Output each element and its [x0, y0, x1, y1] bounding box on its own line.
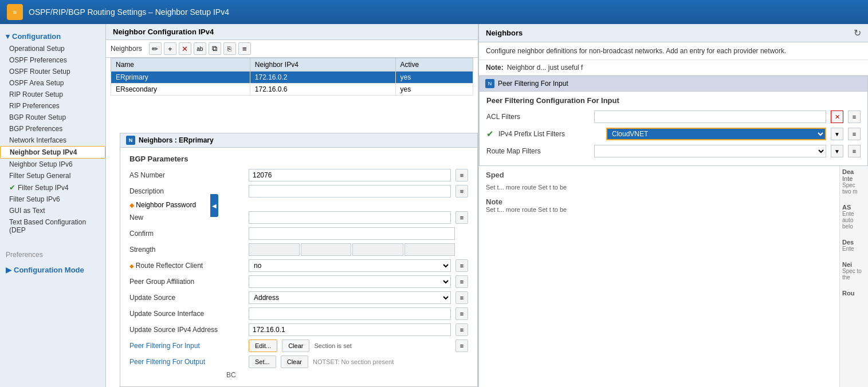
ipv4-prefix-filters-label: IPv4 Prefix List Filters	[498, 130, 602, 138]
peer-filter-output-clear-btn[interactable]: Clear	[281, 356, 308, 368]
peer-filter-output-label[interactable]: Peer Filtering For Output	[129, 358, 244, 366]
description-action-btn[interactable]: ≡	[455, 185, 468, 198]
acl-filters-x-btn[interactable]: ✕	[831, 110, 843, 123]
update-source-iface-action-btn[interactable]: ≡	[455, 307, 468, 320]
update-source-select[interactable]: Address Interface	[249, 291, 451, 304]
update-source-iface-input[interactable]	[249, 307, 451, 320]
peer-filter-config-title: Peer Filtering Configuration For Input	[480, 92, 867, 107]
help-panel-header: Neighbors ↻	[479, 24, 868, 42]
right-panel: Neighbors ↻ Configure neighbor definitio…	[478, 24, 868, 387]
route-reflector-select[interactable]: no yes	[249, 259, 451, 272]
sidebar-item-bgp-preferences[interactable]: BGP Preferences	[0, 123, 105, 135]
sidebar-item-ospf-router-setup[interactable]: OSPF Router Setup	[0, 66, 105, 77]
sidebar-item-gui-as-text[interactable]: GUI as Text	[0, 205, 105, 216]
acl-filters-input[interactable]	[594, 110, 826, 123]
sidebar-item-rip-router-setup[interactable]: RIP Router Setup	[0, 89, 105, 100]
peer-filter-output-set-btn[interactable]: Set...	[249, 356, 276, 368]
sidebar-item-text-based-config[interactable]: Text Based Configuration (DEP	[0, 216, 105, 236]
menu-btn[interactable]: ≡	[238, 42, 251, 55]
ipv4-prefix-dropdown-btn[interactable]: ▼	[831, 128, 843, 140]
password-confirm-input[interactable]	[249, 227, 455, 240]
password-new-input[interactable]	[249, 211, 451, 224]
description-input[interactable]	[249, 185, 451, 198]
sidebar-item-filter-setup-ipv4[interactable]: ✔ Filter Setup IPv4	[0, 181, 105, 194]
table-row-erprimary[interactable]: ERprimary 172.16.0.2 yes	[111, 72, 473, 84]
sidebar-item-filter-setup-general[interactable]: Filter Setup General	[0, 170, 105, 181]
peer-group-action-btn[interactable]: ≡	[455, 275, 468, 288]
neighbor-config-panel: Neighbor Configuration IPv4 Neighbors ✏ …	[106, 24, 478, 387]
row-ersecondary-active: yes	[395, 84, 473, 96]
table-row-ersecondary[interactable]: ERsecondary 172.16.0.6 yes	[111, 84, 473, 96]
sidebar-item-filter-setup-ipv6[interactable]: Filter Setup IPv6	[0, 194, 105, 205]
strength-bar	[249, 243, 455, 256]
strength-seg-2	[301, 243, 352, 256]
help-refresh-btn[interactable]: ↻	[854, 27, 861, 38]
peer-filter-header-title: Peer Filtering For Input	[498, 80, 568, 88]
route-map-filters-label: Route Map Filters	[486, 147, 590, 155]
peer-filter-input-action-btn[interactable]: ≡	[455, 339, 468, 352]
peer-filter-input-label[interactable]: Peer Filtering For Input	[129, 342, 244, 350]
route-map-filters-row: Route Map Filters ▼ ≡	[486, 145, 861, 157]
description-label: Description	[129, 187, 244, 195]
note-spec-text: Set t... more route Set t to be	[486, 206, 832, 213]
peer-filter-input-edit-btn[interactable]: Edit...	[249, 339, 277, 352]
sidebar-toggle[interactable]: ◀	[210, 194, 218, 217]
sidebar-item-network-interfaces[interactable]: Network Interfaces	[0, 135, 105, 146]
sidebar: ▾ Configuration Operational Setup OSPF P…	[0, 24, 106, 387]
delete-btn[interactable]: ✕	[179, 42, 191, 55]
acl-filters-menu-btn[interactable]: ≡	[848, 110, 861, 123]
ipv4-prefix-filters-select[interactable]: CloudVNET	[606, 128, 826, 140]
strength-seg-4	[404, 243, 455, 256]
neighbors-table: Name Neighbor IPv4 Active ERprimary 172.…	[111, 58, 473, 96]
row-ersecondary-name: ERsecondary	[111, 84, 250, 96]
as-number-action-btn[interactable]: ≡	[455, 169, 468, 181]
bc-label: BC	[226, 371, 236, 379]
copy-btn[interactable]: ⧉	[209, 42, 221, 55]
route-map-dropdown-btn[interactable]: ▼	[831, 145, 843, 157]
strength-seg-1	[249, 243, 300, 256]
update-source-ipv4-action-btn[interactable]: ≡	[455, 323, 468, 336]
right-note-des: Des Ente	[842, 239, 866, 252]
sidebar-item-ospf-preferences[interactable]: OSPF Preferences	[0, 54, 105, 66]
rename-btn[interactable]: ab	[194, 42, 206, 55]
ipv4-prefix-menu-btn[interactable]: ≡	[848, 128, 861, 140]
sidebar-item-neighbor-setup-ipv6[interactable]: Neighbor Setup IPv6	[0, 159, 105, 170]
update-source-ipv4-input[interactable]	[249, 323, 451, 336]
route-map-menu-btn[interactable]: ≡	[848, 145, 861, 157]
route-map-filters-select[interactable]	[594, 145, 826, 157]
update-source-label: Update Source	[129, 294, 244, 302]
sidebar-item-ospf-area-setup[interactable]: OSPF Area Setup	[0, 77, 105, 89]
note-label: Note:	[486, 64, 504, 72]
update-source-ipv4-row: Update Source IPv4 Address ≡	[129, 323, 468, 336]
peer-filter-input-clear-btn[interactable]: Clear	[282, 339, 309, 352]
help-description: Configure neighbor definitions for non-b…	[479, 42, 868, 60]
config-mode-section-header[interactable]: ▶ Configuration Mode	[0, 262, 105, 277]
title-bar-text: OSPF/RIP/BGP Routing Settings – Neighbor…	[29, 7, 229, 17]
sidebar-item-bgp-router-setup[interactable]: BGP Router Setup	[0, 112, 105, 123]
route-reflector-action-btn[interactable]: ≡	[455, 259, 468, 272]
peer-group-select[interactable]	[249, 275, 451, 288]
sidebar-item-rip-preferences[interactable]: RIP Preferences	[0, 100, 105, 112]
route-reflector-row: Route Reflector Client no yes ≡	[129, 259, 468, 272]
note-spec-label: Note	[486, 198, 832, 206]
row-erprimary-active: yes	[395, 72, 473, 84]
content-area: Neighbor Configuration IPv4 Neighbors ✏ …	[106, 24, 868, 387]
as-number-input[interactable]	[249, 169, 451, 181]
password-new-action-btn[interactable]: ≡	[455, 211, 468, 224]
edit-pencil-btn[interactable]: ✏	[149, 42, 162, 55]
config-section-label: Configuration	[12, 32, 61, 41]
config-section-header[interactable]: ▾ Configuration	[0, 29, 105, 43]
help-panel-title: Neighbors	[486, 29, 523, 37]
sidebar-item-neighbor-setup-ipv4[interactable]: Neighbor Setup IPv4	[0, 146, 105, 159]
as-number-row: AS Number ≡	[129, 169, 468, 181]
col-ipv4: Neighbor IPv4	[250, 58, 395, 72]
update-source-action-btn[interactable]: ≡	[455, 291, 468, 304]
neighbor-password-text: Neighbor Password	[136, 201, 196, 209]
password-confirm-label: Confirm	[129, 230, 244, 238]
row-erprimary-ipv4: 172.16.0.2	[250, 72, 395, 84]
as-number-label: AS Number	[129, 171, 244, 179]
sidebar-item-operational-setup[interactable]: Operational Setup	[0, 43, 105, 54]
right-scroll-area: Dea Inte Spec two m AS Ente auto belo De…	[479, 166, 868, 387]
add-btn[interactable]: +	[164, 42, 176, 55]
paste-btn[interactable]: ⎘	[223, 42, 236, 55]
